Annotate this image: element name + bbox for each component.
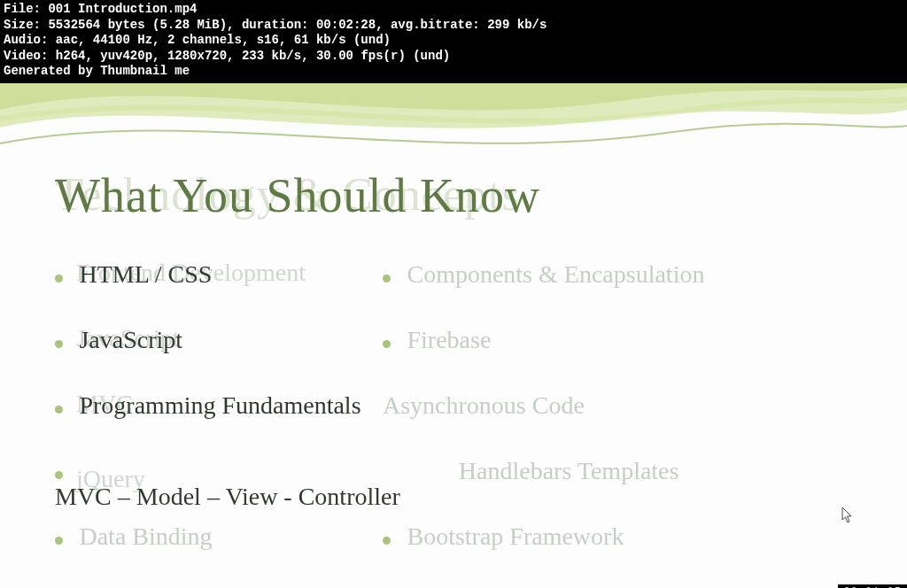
slide-area: Technology & Concepts What You Should Kn… (0, 83, 907, 589)
generated-line: Generated by Thumbnail me (4, 64, 903, 80)
bullet-icon (383, 275, 391, 282)
bullet-icon (383, 340, 391, 348)
slide-bullets: Frontend Development HTML / CSS Componen… (55, 260, 888, 554)
audio-line: Audio: aac, 44100 Hz, 2 channels, s16, 6… (4, 33, 903, 49)
slide-title-group: Technology & Concepts What You Should Kn… (55, 168, 540, 223)
bullet-text-right: Handlebars Templates (459, 457, 679, 484)
size-line: Size: 5532564 bytes (5.28 MiB), duration… (4, 18, 903, 34)
bullet-text-right: Firebase (407, 326, 491, 353)
bullet-text-left: HTML / CSS (79, 260, 212, 288)
bullet-icon (55, 537, 63, 545)
bullet-text-left: Data Binding (79, 522, 212, 550)
bullet-text-left: Programming Fundamentals (79, 391, 360, 419)
cursor-icon (841, 507, 854, 528)
bullet-text-right: Asynchronous Code (383, 391, 585, 419)
bullet-text-left: JavaScript (79, 326, 182, 353)
bullet-text-right: Components & Encapsulation (407, 260, 704, 288)
bullet-icon (55, 340, 63, 348)
bullet-row: Frontend Development HTML / CSS Componen… (55, 260, 888, 292)
slide-title: What You Should Know (55, 168, 540, 223)
bullet-text-right: Bootstrap Framework (407, 522, 624, 550)
bullet-row: Data Binding Bootstrap Framework (55, 522, 888, 554)
video-line: Video: h264, yuv420p, 1280x720, 233 kb/s… (4, 49, 903, 65)
bullet-row: jQuery MVC – Model – View - Controller H… (55, 457, 888, 489)
media-info-header: File: 001 Introduction.mp4 Size: 5532564… (0, 0, 907, 83)
wave-decoration (0, 83, 907, 163)
bullet-icon (55, 471, 63, 479)
bullet-row: JavaScript JavaScript Firebase (55, 326, 888, 358)
bullet-text-left: MVC – Model – View - Controller (55, 483, 400, 510)
bullet-icon (55, 406, 63, 414)
timestamp-overlay: 00:01:05 (838, 584, 907, 589)
file-line: File: 001 Introduction.mp4 (4, 2, 903, 18)
bullet-row: MVC Programming Fundamentals Asynchronou… (55, 391, 888, 423)
bullet-icon (55, 275, 63, 282)
bullet-icon (383, 537, 391, 545)
